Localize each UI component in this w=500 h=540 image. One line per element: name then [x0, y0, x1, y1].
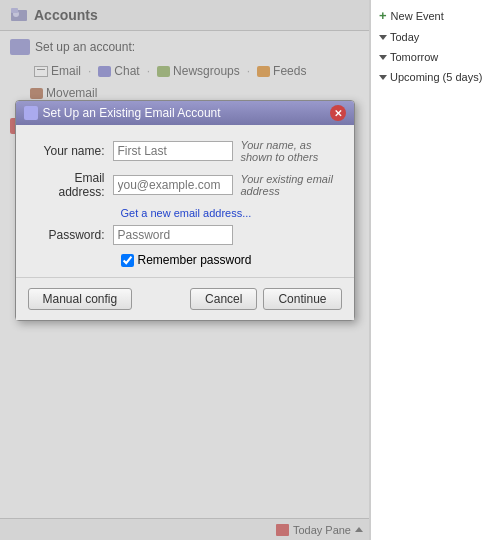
- email-hint: Your existing email address: [241, 173, 342, 197]
- name-hint: Your name, as shown to others: [241, 139, 342, 163]
- dialog-title-icon: [24, 106, 38, 120]
- name-row: Your name: Your name, as shown to others: [28, 139, 342, 163]
- tomorrow-toggle[interactable]: Tomorrow: [379, 49, 492, 65]
- tomorrow-chevron-icon: [379, 55, 387, 60]
- remember-label: Remember password: [138, 253, 252, 267]
- password-input[interactable]: [113, 225, 233, 245]
- new-event-label: New Event: [391, 10, 444, 22]
- email-label-field: Email address:: [28, 171, 113, 199]
- dialog-body: Your name: Your name, as shown to others…: [16, 125, 354, 277]
- tomorrow-section: Tomorrow: [371, 47, 500, 67]
- dialog-title: Set Up an Existing Email Account: [43, 106, 221, 120]
- upcoming-chevron-icon: [379, 75, 387, 80]
- tomorrow-label: Tomorrow: [390, 51, 438, 63]
- right-panel-content: + New Event Today Tomorrow Upcoming (5 d…: [371, 0, 500, 540]
- password-label: Password:: [28, 228, 113, 242]
- dialog-buttons: Manual config Cancel Continue: [16, 277, 354, 320]
- name-label: Your name:: [28, 144, 113, 158]
- upcoming-section: Upcoming (5 days): [371, 67, 500, 87]
- new-email-link[interactable]: Get a new email address...: [121, 207, 342, 219]
- remember-checkbox[interactable]: [121, 254, 134, 267]
- remember-row: Remember password: [121, 253, 342, 267]
- cancel-button[interactable]: Cancel: [190, 288, 257, 310]
- upcoming-toggle[interactable]: Upcoming (5 days): [379, 69, 492, 85]
- plus-icon: +: [379, 8, 387, 23]
- email-row: Email address: Your existing email addre…: [28, 171, 342, 199]
- email-input[interactable]: [113, 175, 233, 195]
- today-chevron-icon: [379, 35, 387, 40]
- today-section: Today: [371, 27, 500, 47]
- name-input[interactable]: [113, 141, 233, 161]
- dialog-overlay: Set Up an Existing Email Account ✕ Your …: [0, 0, 369, 540]
- left-panel: Accounts Set up an account: Email · Chat…: [0, 0, 370, 540]
- dialog-close-button[interactable]: ✕: [330, 105, 346, 121]
- continue-button[interactable]: Continue: [263, 288, 341, 310]
- dialog-title-area: Set Up an Existing Email Account: [24, 106, 221, 120]
- today-toggle[interactable]: Today: [379, 29, 492, 45]
- today-label: Today: [390, 31, 419, 43]
- new-event-link[interactable]: + New Event: [371, 4, 500, 27]
- upcoming-label: Upcoming (5 days): [390, 71, 482, 83]
- manual-config-button[interactable]: Manual config: [28, 288, 133, 310]
- email-setup-dialog: Set Up an Existing Email Account ✕ Your …: [15, 100, 355, 321]
- right-panel: + New Event Today Tomorrow Upcoming (5 d…: [370, 0, 500, 540]
- password-row: Password:: [28, 225, 342, 245]
- dialog-titlebar: Set Up an Existing Email Account ✕: [16, 101, 354, 125]
